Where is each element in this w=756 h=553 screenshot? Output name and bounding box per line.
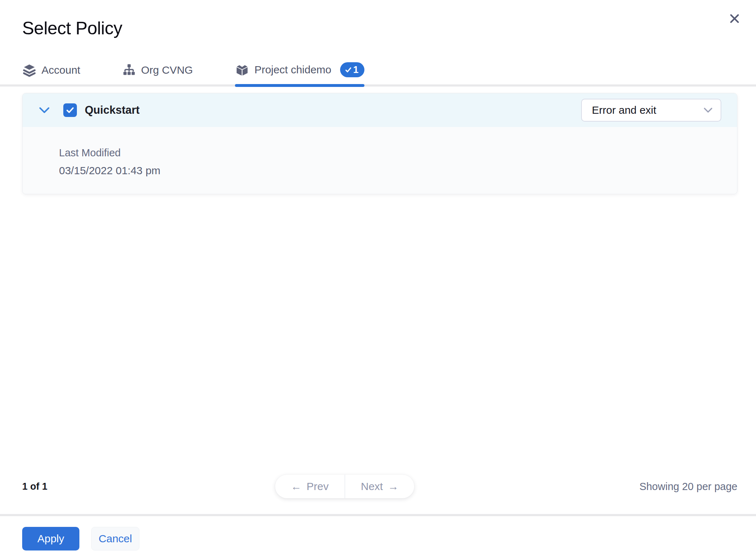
close-button[interactable]	[725, 9, 744, 28]
tab-label: Org CVNG	[141, 64, 193, 76]
page-info: 1 of 1	[22, 481, 48, 492]
dialog-header: Select Policy	[0, 0, 756, 39]
next-label: Next	[361, 480, 383, 493]
pagination-bar: 1 of 1 ← Prev Next → Showing 20 per page	[0, 474, 756, 499]
selected-count-badge: 1	[340, 62, 364, 77]
apply-button[interactable]: Apply	[22, 527, 79, 550]
action-select-value: Error and exit	[592, 104, 656, 116]
expand-toggle[interactable]	[38, 104, 50, 116]
policy-row-details: Last Modified 03/15/2022 01:43 pm	[23, 127, 737, 194]
tab-org-cvng[interactable]: Org CVNG	[122, 63, 193, 84]
badge-count: 1	[353, 64, 359, 75]
scope-tabs: Account Org CVNG Project chidemo	[0, 62, 756, 87]
policy-name: Quickstart	[85, 104, 139, 117]
close-icon	[729, 13, 740, 24]
prev-label: Prev	[306, 480, 329, 493]
pager: ← Prev Next →	[275, 475, 414, 498]
next-button[interactable]: Next →	[345, 475, 414, 498]
check-icon	[344, 66, 352, 74]
policy-panel: Quickstart Error and exit Last Modified …	[22, 93, 737, 194]
action-select[interactable]: Error and exit	[581, 99, 721, 122]
tab-account[interactable]: Account	[22, 63, 80, 84]
arrow-left-icon: ←	[291, 480, 301, 493]
tab-label: Account	[41, 64, 80, 76]
page-title: Select Policy	[22, 18, 734, 39]
policy-checkbox[interactable]	[63, 103, 77, 117]
footer: Apply Cancel	[22, 527, 139, 550]
layers-icon	[22, 63, 36, 77]
last-modified-value: 03/15/2022 01:43 pm	[59, 165, 721, 177]
showing-per-page: Showing 20 per page	[639, 481, 737, 493]
last-modified-label: Last Modified	[59, 147, 721, 159]
tab-label: Project chidemo	[254, 64, 331, 76]
cancel-button[interactable]: Cancel	[91, 527, 139, 550]
footer-divider	[0, 514, 756, 516]
arrow-right-icon: →	[388, 480, 399, 493]
prev-button[interactable]: ← Prev	[275, 475, 345, 498]
policy-row-header: Quickstart Error and exit	[23, 93, 737, 127]
org-hierarchy-icon	[122, 63, 136, 77]
tab-project-chidemo[interactable]: Project chidemo 1	[235, 62, 364, 84]
chevron-down-icon	[703, 107, 713, 113]
check-icon	[65, 106, 75, 115]
chevron-down-icon	[39, 107, 50, 114]
cube-icon	[235, 63, 249, 77]
